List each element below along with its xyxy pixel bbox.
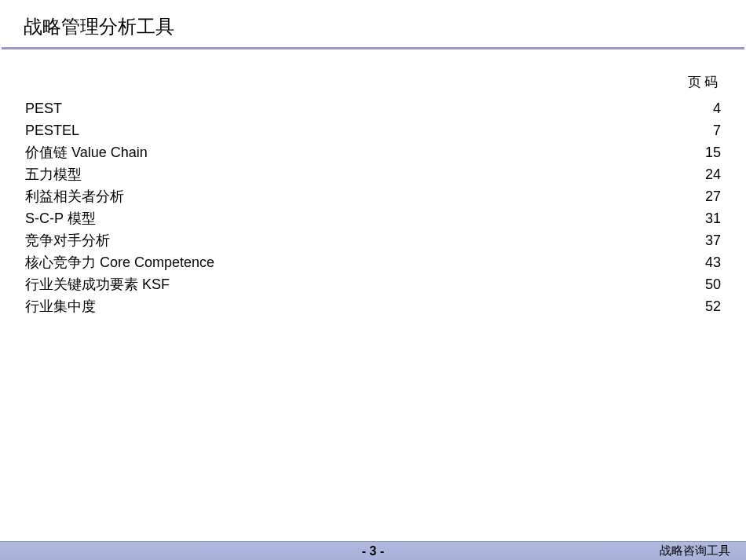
toc-row: 核心竞争力 Core Competence 43 <box>25 251 721 273</box>
toc-item-label: 利益相关者分析 <box>25 185 124 207</box>
toc-item-label: 五力模型 <box>25 163 82 185</box>
toc-item-label: 行业集中度 <box>25 295 96 317</box>
toc-row: PESTEL 7 <box>25 119 721 141</box>
toc-row: 行业集中度 52 <box>25 295 721 317</box>
toc-item-page: 7 <box>713 119 721 141</box>
toc-item-page: 27 <box>705 185 721 207</box>
toc-row: 行业关键成功要素 KSF 50 <box>25 273 721 295</box>
toc-item-page: 37 <box>705 229 721 251</box>
content-area: 页码 PEST 4 PESTEL 7 价值链 Value Chain 15 五力… <box>0 49 746 317</box>
toc-item-page: 43 <box>705 251 721 273</box>
toc-row: S-C-P 模型 31 <box>25 207 721 229</box>
toc-row: 竞争对手分析 37 <box>25 229 721 251</box>
footer-label: 战略咨询工具 <box>660 544 730 558</box>
toc-item-label: PEST <box>25 97 62 119</box>
toc-item-page: 24 <box>705 163 721 185</box>
toc-item-label: PESTEL <box>25 119 79 141</box>
toc-item-page: 15 <box>705 141 721 163</box>
toc-item-page: 4 <box>713 97 721 119</box>
page-column-header: 页码 <box>688 73 721 91</box>
toc-item-page: 31 <box>705 207 721 229</box>
page-number: - 3 - <box>362 544 384 558</box>
toc-item-page: 52 <box>705 295 721 317</box>
toc-item-page: 50 <box>705 273 721 295</box>
toc-row: 价值链 Value Chain 15 <box>25 141 721 163</box>
toc-header-row: 页码 <box>25 73 721 91</box>
toc-item-label: 价值链 Value Chain <box>25 141 148 163</box>
slide-footer: - 3 - 战略咨询工具 <box>0 541 746 560</box>
toc-item-label: 核心竞争力 Core Competence <box>25 251 214 273</box>
toc-row: 五力模型 24 <box>25 163 721 185</box>
toc-item-label: 行业关键成功要素 KSF <box>25 273 170 295</box>
toc-item-label: S-C-P 模型 <box>25 207 96 229</box>
page-title: 战略管理分析工具 <box>24 14 722 39</box>
slide-header: 战略管理分析工具 <box>0 0 746 47</box>
toc-row: 利益相关者分析 27 <box>25 185 721 207</box>
toc-row: PEST 4 <box>25 97 721 119</box>
toc-item-label: 竞争对手分析 <box>25 229 110 251</box>
